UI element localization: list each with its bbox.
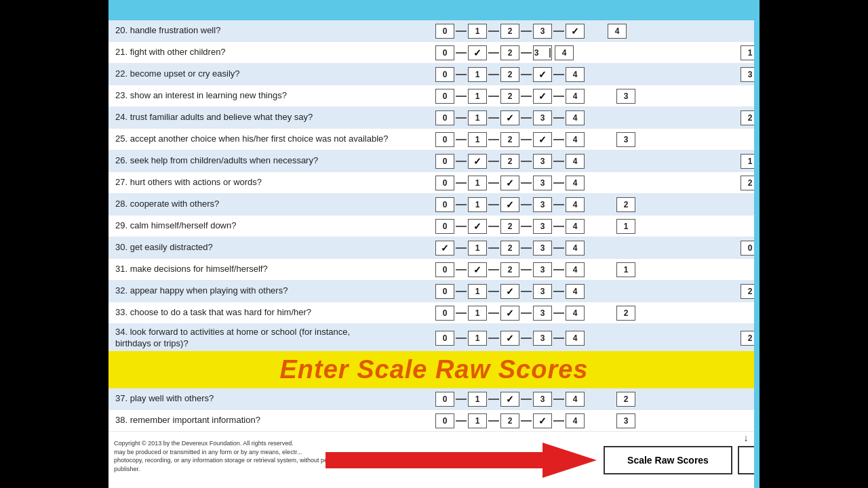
table-row: 29. calm himself/herself down? 0 2 3 4 1 xyxy=(108,216,760,237)
extra-score[interactable]: 2 xyxy=(616,197,635,212)
score-box-2[interactable]: 2 xyxy=(500,241,519,256)
score-box-4[interactable]: 4 xyxy=(608,24,627,39)
score-box-0[interactable]: 0 xyxy=(435,110,454,125)
score-box-4[interactable]: 4 xyxy=(566,89,585,104)
extra-score[interactable]: 2 xyxy=(616,306,635,321)
score-box-3[interactable]: 3 xyxy=(533,154,552,169)
score-box-check[interactable] xyxy=(500,392,519,407)
extra-score[interactable]: 1 xyxy=(616,219,635,234)
score-box-3[interactable]: 3 xyxy=(533,24,552,39)
score-box-4[interactable]: 4 xyxy=(566,219,585,234)
score-box-4[interactable]: 4 xyxy=(566,132,585,147)
score-box-check[interactable] xyxy=(468,219,487,234)
scale-raw-scores-button[interactable]: Scale Raw Scores xyxy=(604,446,732,474)
score-box-3[interactable]: 3 xyxy=(533,241,552,256)
extra-score[interactable]: 3 xyxy=(616,132,635,147)
score-box-1[interactable]: 1 xyxy=(468,176,487,190)
score-box-1[interactable]: 1 xyxy=(468,89,487,104)
score-box-2[interactable]: 2 xyxy=(500,67,519,82)
score-box-2[interactable]: 2 xyxy=(500,89,519,104)
score-box-4[interactable]: 4 xyxy=(566,262,585,277)
score-box-3[interactable]: 3 xyxy=(533,262,552,277)
score-box-1[interactable]: 1 xyxy=(468,24,487,39)
score-box-0[interactable]: 0 xyxy=(435,154,454,169)
score-box-1[interactable]: 1 xyxy=(468,241,487,256)
score-box-check[interactable] xyxy=(566,24,585,39)
score-box-check[interactable] xyxy=(500,176,519,190)
score-box-check[interactable] xyxy=(533,89,552,104)
score-box-0[interactable]: 0 xyxy=(435,45,454,60)
score-box-4[interactable]: 4 xyxy=(566,67,585,82)
score-box-1[interactable]: 1 xyxy=(468,197,487,212)
score-box-0[interactable]: 0 xyxy=(435,306,454,321)
score-box-4[interactable]: 4 xyxy=(566,284,585,299)
score-box-4[interactable]: 4 xyxy=(555,45,574,60)
score-box-0[interactable]: 0 xyxy=(435,262,454,277)
score-box-0[interactable]: 0 xyxy=(435,89,454,104)
score-box-4[interactable]: 4 xyxy=(566,154,585,169)
score-box-2[interactable]: 2 xyxy=(500,24,519,39)
score-box-check[interactable] xyxy=(533,132,552,147)
extra-score[interactable]: 3 xyxy=(616,89,635,104)
score-box-check[interactable] xyxy=(533,67,552,82)
score-box-check[interactable] xyxy=(468,154,487,169)
score-box-3[interactable]: 3 xyxy=(533,176,552,190)
score-box-3[interactable]: 3 xyxy=(533,392,552,407)
score-box-3[interactable]: 3 xyxy=(533,45,552,60)
score-box-0[interactable]: 0 xyxy=(435,197,454,212)
score-box-1[interactable]: 1 xyxy=(468,284,487,299)
score-box-3[interactable]: 3 xyxy=(533,219,552,234)
score-box-4[interactable]: 4 xyxy=(566,176,585,190)
score-box-1[interactable]: 1 xyxy=(468,331,487,346)
score-box-1[interactable]: 1 xyxy=(468,392,487,407)
score-box-check[interactable] xyxy=(435,241,454,256)
score-box-1[interactable]: 1 xyxy=(468,67,487,82)
score-box-3[interactable]: 3 xyxy=(533,331,552,346)
score-box-0[interactable]: 0 xyxy=(435,219,454,234)
score-box-0[interactable]: 0 xyxy=(435,392,454,407)
score-box-0[interactable]: 0 xyxy=(435,24,454,39)
score-box-4[interactable]: 4 xyxy=(566,241,585,256)
score-box-check[interactable] xyxy=(500,110,519,125)
score-box-3[interactable]: 3 xyxy=(533,110,552,125)
score-box-1[interactable]: 1 xyxy=(468,132,487,147)
score-box-1[interactable]: 1 xyxy=(468,413,487,428)
score-box-2[interactable]: 2 xyxy=(500,132,519,147)
score-box-check[interactable] xyxy=(468,262,487,277)
score-box-4[interactable]: 4 xyxy=(566,306,585,321)
score-box-0[interactable]: 0 xyxy=(435,67,454,82)
score-options: 0 1 2 4 3 xyxy=(434,132,760,147)
score-box-1[interactable]: 1 xyxy=(468,306,487,321)
score-box-2[interactable]: 2 xyxy=(500,413,519,428)
score-box-3[interactable]: 3 xyxy=(533,197,552,212)
score-box-3[interactable]: 3 xyxy=(533,306,552,321)
score-box-check[interactable] xyxy=(500,331,519,346)
score-box-0[interactable]: 0 xyxy=(435,331,454,346)
score-box-check[interactable] xyxy=(500,197,519,212)
extra-score[interactable]: 3 xyxy=(616,413,635,428)
score-box-0[interactable]: 0 xyxy=(435,176,454,190)
score-box-4[interactable]: 4 xyxy=(566,331,585,346)
table-row: 31. make decisions for himself/herself? … xyxy=(108,259,760,281)
extra-score[interactable]: 1 xyxy=(616,262,635,277)
extra-score[interactable]: 2 xyxy=(616,392,635,407)
score-box-0[interactable]: 0 xyxy=(435,413,454,428)
score-box-2[interactable]: 2 xyxy=(500,154,519,169)
score-box-check[interactable] xyxy=(468,45,487,60)
score-box-2[interactable]: 2 xyxy=(500,45,519,60)
score-box-check[interactable] xyxy=(500,306,519,321)
score-box-check[interactable] xyxy=(533,413,552,428)
score-box-3[interactable]: 3 xyxy=(533,284,552,299)
score-box-0[interactable]: 0 xyxy=(435,284,454,299)
score-box-check[interactable] xyxy=(500,284,519,299)
question-text: 28. cooperate with others? xyxy=(108,199,434,210)
score-box-2[interactable]: 2 xyxy=(500,262,519,277)
score-box-2[interactable]: 2 xyxy=(500,219,519,234)
score-box-4[interactable]: 4 xyxy=(566,392,585,407)
score-box-4[interactable]: 4 xyxy=(566,110,585,125)
score-box-1[interactable]: 1 xyxy=(468,110,487,125)
score-box-4[interactable]: 4 xyxy=(566,413,585,428)
score-box-0[interactable]: 0 xyxy=(435,132,454,147)
yellow-banner: Enter Scale Raw Scores xyxy=(108,351,760,388)
score-box-4[interactable]: 4 xyxy=(566,197,585,212)
